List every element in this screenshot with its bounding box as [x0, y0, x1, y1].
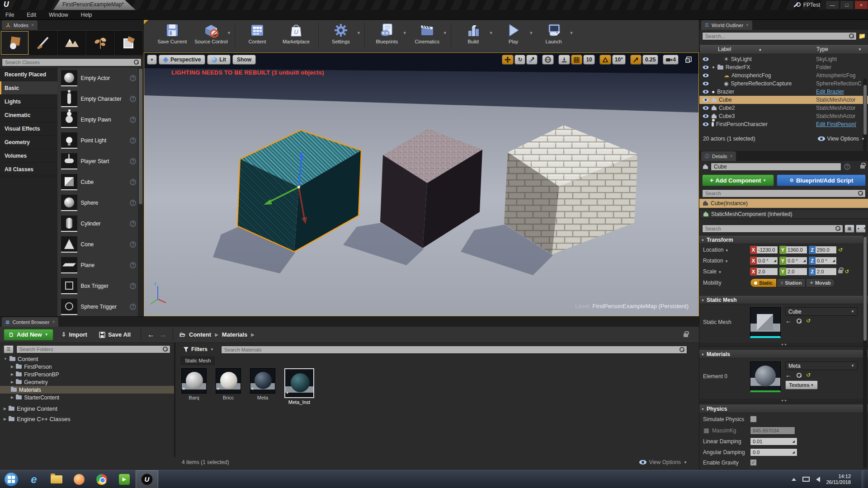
help-icon[interactable]: ? — [130, 179, 136, 185]
show-button[interactable]: Show — [232, 55, 256, 65]
angular-damping-field[interactable]: 0.0◢ — [750, 448, 797, 456]
tree-engine-content[interactable]: ▶Engine Content — [0, 405, 174, 413]
asset-barq[interactable]: * Barq — [180, 368, 208, 400]
placeable-point-light[interactable]: Point Light? — [57, 130, 138, 151]
linear-damping-field[interactable]: 0.01◢ — [750, 437, 797, 446]
column-type[interactable]: Type — [816, 46, 828, 52]
translate-tool-button[interactable] — [502, 55, 514, 65]
use-selected-icon[interactable]: ← — [785, 318, 792, 324]
rotation-y-field[interactable]: 0.0 °◢ — [786, 257, 807, 265]
location-y-field[interactable]: 1360.0 — [786, 246, 807, 254]
taskbar-app-orange[interactable] — [68, 470, 90, 488]
component-row-staticmesh[interactable]: StaticMeshComponent (Inherited) — [699, 210, 868, 219]
textures-button[interactable]: Textures▼ — [785, 380, 818, 389]
chevron-down-icon[interactable]: ▼ — [227, 31, 231, 35]
outliner-row-atmosphericfog[interactable]: ☁AtmosphericFogAtmosphericFog — [699, 71, 868, 80]
modes-scrollbar[interactable] — [138, 68, 143, 316]
tree-firstpersonbp[interactable]: ▶FirstPersonBP — [0, 371, 174, 378]
cinematics-button[interactable]: Cinematics — [408, 22, 447, 44]
rotation-x-field[interactable]: 0.0 °◢ — [757, 257, 778, 265]
scale-snap-value[interactable]: 0.25 — [642, 55, 658, 65]
mode-paint-button[interactable] — [29, 31, 57, 55]
breadcrumb-content[interactable]: Content — [189, 331, 211, 338]
taskbar-unreal-editor[interactable]: U — [136, 470, 158, 488]
actor-name-field[interactable]: Cube — [711, 163, 841, 171]
asset-bricc[interactable]: * Bricc — [214, 368, 242, 400]
reset-location-icon[interactable]: ↺ — [838, 247, 843, 253]
expand-section-chevron[interactable]: ▼▼ — [699, 399, 868, 403]
help-icon[interactable]: ? — [130, 200, 136, 206]
start-button[interactable] — [0, 470, 23, 488]
filters-button[interactable]: Filters ▼ — [180, 345, 217, 354]
blueprints-button[interactable]: Blueprints — [368, 22, 406, 44]
maximize-button[interactable]: □ — [840, 0, 854, 9]
mobility-stationary-button[interactable]: ☇Station — [777, 278, 806, 287]
add-new-button[interactable]: 🗋 Add New ▼ — [4, 329, 53, 341]
taskbar-file-explorer[interactable] — [45, 470, 68, 488]
scale-y-field[interactable]: 2.0 — [786, 267, 807, 276]
property-matrix-button[interactable]: ▦ — [844, 225, 854, 233]
taskbar-chrome[interactable] — [90, 470, 113, 488]
outliner-row-firstpersoncharacter[interactable]: FirstPersonCharacterEdit FirstPerson( — [699, 120, 868, 128]
section-physics[interactable]: ▼Physics — [699, 405, 868, 413]
outliner-row-skylight[interactable]: ☀SkyLightSkyLight — [699, 55, 868, 63]
content-button[interactable]: Content — [238, 22, 277, 44]
tab-content-browser[interactable]: ▦ Content Browser × — [2, 317, 58, 327]
tree-materials[interactable]: Materials — [0, 386, 174, 394]
menu-file[interactable]: File — [5, 12, 14, 18]
static-mesh-thumbnail[interactable] — [750, 307, 781, 338]
lock-icon[interactable] — [860, 165, 865, 169]
use-selected-icon[interactable]: ← — [785, 372, 792, 378]
scale-label[interactable]: Scale ▼ — [699, 268, 750, 275]
details-scrollbar[interactable] — [863, 236, 867, 468]
taskbar-app-green[interactable]: ▶ — [113, 470, 136, 488]
reset-icon[interactable]: ↺ — [806, 318, 811, 324]
placeable-cylinder[interactable]: Cylinder? — [57, 213, 138, 234]
mode-place-button[interactable] — [1, 31, 28, 55]
marketplace-button[interactable]: U Marketplace — [277, 22, 316, 44]
import-button[interactable]: ⇩ Import — [58, 329, 91, 341]
edit-firstperson-link[interactable]: Edit FirstPerson( — [816, 121, 856, 127]
scale-x-field[interactable]: 2.0 — [757, 267, 778, 276]
visibility-eye-icon[interactable] — [703, 66, 709, 69]
tree-startercontent[interactable]: ▶StarterContent — [0, 394, 174, 401]
cb-view-options-button[interactable]: View Options ▼ — [639, 459, 687, 465]
world-local-toggle-button[interactable] — [542, 55, 554, 65]
search-classes-input[interactable] — [2, 58, 142, 66]
taskbar-internet-explorer[interactable]: e — [23, 470, 45, 488]
visibility-eye-icon[interactable] — [703, 106, 709, 110]
rotation-snap-button[interactable] — [599, 55, 611, 65]
tree-firstperson[interactable]: ▶FirstPerson — [0, 363, 174, 371]
category-recently-placed[interactable]: Recently Placed — [0, 68, 57, 81]
scale-snap-button[interactable] — [630, 55, 642, 65]
tree-engine-cpp[interactable]: ▶Engine C++ Classes — [0, 415, 174, 423]
help-icon[interactable]: ? — [130, 158, 136, 164]
chevron-down-icon[interactable]: ▼ — [443, 31, 447, 35]
category-cinematic[interactable]: Cinematic — [0, 108, 57, 122]
mobility-static-button[interactable]: Static — [750, 278, 777, 287]
chevron-down-icon[interactable]: ▼ — [357, 31, 361, 35]
placeable-cube[interactable]: Cube? — [57, 172, 138, 192]
chevron-down-icon[interactable]: ▼ — [489, 31, 493, 35]
collapse-sources-button[interactable]: ☰ — [4, 345, 14, 353]
outliner-row-cube3[interactable]: Cube3StaticMeshActor — [699, 112, 868, 120]
create-folder-icon[interactable]: 📁 — [859, 33, 866, 39]
outliner-row-brazier[interactable]: ●BrazierEdit Brazier — [699, 88, 868, 96]
visibility-eye-icon[interactable] — [703, 74, 709, 77]
reset-icon[interactable]: ↺ — [806, 372, 811, 378]
scale-lock-icon[interactable] — [838, 270, 843, 273]
close-icon[interactable]: × — [730, 154, 733, 159]
help-icon[interactable]: ? — [130, 137, 136, 144]
section-static-mesh[interactable]: ▼Static Mesh — [699, 296, 868, 304]
details-view-options-button[interactable]: ▼ — [856, 225, 866, 233]
chevron-down-icon[interactable]: ▼ — [570, 31, 574, 35]
scale-z-field[interactable]: 2.0 — [816, 267, 837, 276]
outliner-row-renderfx[interactable]: ▼RenderFXFolder — [699, 63, 868, 71]
grid-snap-button[interactable] — [571, 55, 582, 65]
viewport-options-button[interactable]: ▼ — [147, 55, 157, 65]
rotation-snap-value[interactable]: 10° — [612, 55, 626, 65]
mode-landscape-button[interactable] — [58, 31, 85, 55]
placeable-box-trigger[interactable]: Box Trigger? — [57, 276, 138, 296]
rotate-tool-button[interactable]: ↻ — [514, 55, 525, 65]
component-row-cube-instance[interactable]: Cube(Instance) — [699, 199, 868, 208]
